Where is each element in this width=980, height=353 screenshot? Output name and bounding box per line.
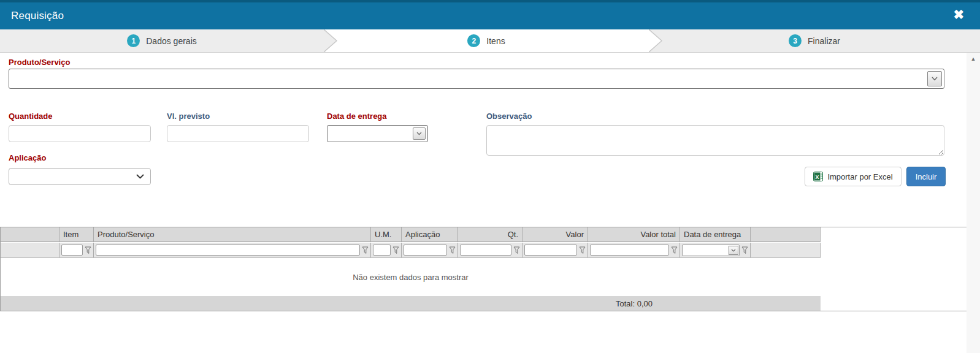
filter-funnel-icon[interactable] <box>671 246 678 254</box>
chevron-down-icon <box>932 77 938 81</box>
grid-col-qt[interactable]: Qt. <box>458 227 523 241</box>
grid-col-um[interactable]: U.M. <box>371 227 402 241</box>
wizard-stepbar: 1 Dados gerais 2 Itens 3 Finalizar <box>0 29 980 53</box>
filter-qt-cell <box>458 243 523 257</box>
step-divider-chevron-icon <box>649 29 663 52</box>
step-2-label: Itens <box>486 36 505 46</box>
filter-qt-input[interactable] <box>460 245 511 256</box>
grid-header-row: Item Produto/Serviço U.M. Aplicação Qt. … <box>1 227 821 242</box>
data-entrega-input[interactable] <box>330 126 408 141</box>
filter-valor-cell <box>523 243 588 257</box>
vertical-scrollbar[interactable]: ▲ <box>967 53 980 353</box>
grid-col-produto-servico[interactable]: Produto/Serviço <box>94 227 371 241</box>
chevron-down-icon <box>136 174 144 179</box>
produto-servico-dropdown-button[interactable] <box>927 71 942 86</box>
incluir-button[interactable]: Incluir <box>906 167 946 186</box>
excel-icon: X <box>813 172 823 181</box>
grid-col-data-entrega[interactable]: Data de entrega <box>680 227 751 241</box>
requisicao-modal: Requisição ✖ 1 Dados gerais 2 Itens 3 Fi… <box>0 0 980 353</box>
svg-text:X: X <box>816 174 819 180</box>
wizard-step-itens[interactable]: 2 Itens <box>324 29 649 52</box>
observacao-label: Observação <box>486 112 532 121</box>
filter-aplicacao-cell <box>402 243 458 257</box>
grid-footer-row: Total: 0,00 <box>1 296 821 311</box>
data-entrega-label: Data de entrega <box>327 112 387 121</box>
filter-valor-total-cell <box>588 243 680 257</box>
filter-funnel-icon[interactable] <box>392 246 399 254</box>
modal-title: Requisição <box>11 10 64 22</box>
filter-actions-cell <box>751 243 821 257</box>
items-grid: Item Produto/Serviço U.M. Aplicação Qt. … <box>0 227 971 311</box>
step-1-badge: 1 <box>127 34 140 47</box>
import-excel-button[interactable]: X Importar por Excel <box>805 167 902 186</box>
filter-funnel-icon[interactable] <box>449 246 456 254</box>
quantidade-label: Quantidade <box>9 112 53 121</box>
filter-produto-servico-input[interactable] <box>96 245 360 256</box>
filter-funnel-icon[interactable] <box>362 246 369 254</box>
produto-servico-label: Produto/Serviço <box>9 58 70 67</box>
data-entrega-combobox[interactable] <box>327 125 428 142</box>
grid-col-actions <box>751 227 821 241</box>
quantidade-input[interactable] <box>9 125 151 142</box>
filter-selector-cell <box>1 243 59 257</box>
wizard-step-dados-gerais[interactable]: 1 Dados gerais <box>0 29 324 52</box>
chevron-down-icon <box>731 249 736 252</box>
produto-servico-combobox[interactable] <box>9 69 944 89</box>
modal-titlebar: Requisição ✖ <box>0 2 980 29</box>
grid-col-aplicacao[interactable]: Aplicação <box>402 227 458 241</box>
filter-data-entrega-combobox[interactable] <box>682 245 740 256</box>
grid-total: Total: 0,00 <box>588 296 680 311</box>
step-3-badge: 3 <box>789 34 802 47</box>
filter-funnel-icon[interactable] <box>741 246 748 254</box>
close-icon[interactable]: ✖ <box>953 8 964 21</box>
aplicacao-label: Aplicação <box>9 153 46 162</box>
vl-previsto-label: Vl. previsto <box>167 112 210 121</box>
filter-um-input[interactable] <box>373 245 391 256</box>
filter-aplicacao-input[interactable] <box>404 245 447 256</box>
grid-empty-message: Não existem dados para mostrar <box>1 258 821 296</box>
filter-valor-input[interactable] <box>524 245 577 256</box>
aplicacao-select[interactable] <box>9 168 151 185</box>
produto-servico-input[interactable] <box>12 70 924 88</box>
step-1-label: Dados gerais <box>146 36 197 46</box>
step-2-badge: 2 <box>467 34 480 47</box>
step-divider-chevron-icon <box>324 29 338 52</box>
filter-funnel-icon[interactable] <box>513 246 520 254</box>
grid-col-valor[interactable]: Valor <box>523 227 588 241</box>
filter-data-entrega-cell <box>680 243 751 257</box>
observacao-textarea[interactable] <box>486 125 944 156</box>
filter-funnel-icon[interactable] <box>85 246 91 254</box>
filter-data-entrega-dropdown-button[interactable] <box>729 246 738 255</box>
vl-previsto-input[interactable] <box>167 125 309 142</box>
filter-funnel-icon[interactable] <box>579 246 586 254</box>
chevron-down-icon <box>416 132 422 135</box>
filter-item-cell <box>59 243 94 257</box>
data-entrega-dropdown-button[interactable] <box>413 127 426 140</box>
grid-filter-row <box>1 243 821 258</box>
grid-col-valor-total[interactable]: Valor total <box>588 227 680 241</box>
import-excel-label: Importar por Excel <box>827 172 892 181</box>
filter-produto-servico-cell <box>94 243 371 257</box>
scroll-up-arrow-icon[interactable]: ▲ <box>967 54 980 64</box>
step-3-label: Finalizar <box>808 36 840 46</box>
filter-um-cell <box>371 243 402 257</box>
wizard-step-finalizar[interactable]: 3 Finalizar <box>649 29 980 52</box>
grid-col-item[interactable]: Item <box>59 227 94 241</box>
filter-item-input[interactable] <box>61 245 83 256</box>
incluir-label: Incluir <box>916 172 937 181</box>
grid-col-selector <box>1 227 59 241</box>
filter-valor-total-input[interactable] <box>590 245 669 256</box>
